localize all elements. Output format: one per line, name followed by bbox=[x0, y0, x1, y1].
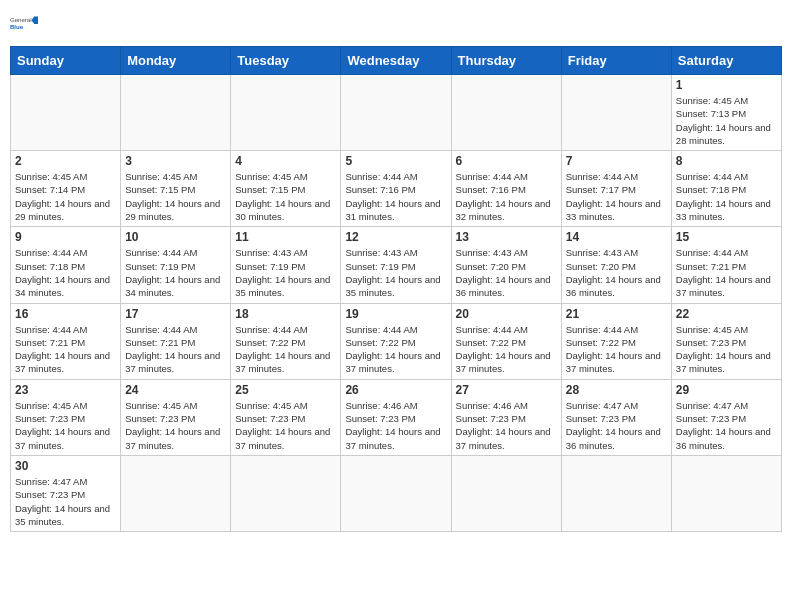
day-info: Sunrise: 4:45 AM Sunset: 7:23 PM Dayligh… bbox=[235, 399, 336, 452]
day-number: 27 bbox=[456, 383, 557, 397]
day-info: Sunrise: 4:44 AM Sunset: 7:16 PM Dayligh… bbox=[345, 170, 446, 223]
calendar-week-1: 1Sunrise: 4:45 AM Sunset: 7:13 PM Daylig… bbox=[11, 75, 782, 151]
day-info: Sunrise: 4:47 AM Sunset: 7:23 PM Dayligh… bbox=[15, 475, 116, 528]
calendar-cell: 24Sunrise: 4:45 AM Sunset: 7:23 PM Dayli… bbox=[121, 379, 231, 455]
logo: General Blue bbox=[10, 10, 38, 38]
day-number: 19 bbox=[345, 307, 446, 321]
calendar-cell: 29Sunrise: 4:47 AM Sunset: 7:23 PM Dayli… bbox=[671, 379, 781, 455]
day-info: Sunrise: 4:43 AM Sunset: 7:20 PM Dayligh… bbox=[566, 246, 667, 299]
calendar-cell bbox=[561, 75, 671, 151]
day-number: 24 bbox=[125, 383, 226, 397]
calendar-cell: 20Sunrise: 4:44 AM Sunset: 7:22 PM Dayli… bbox=[451, 303, 561, 379]
calendar-cell: 21Sunrise: 4:44 AM Sunset: 7:22 PM Dayli… bbox=[561, 303, 671, 379]
page-header: General Blue bbox=[10, 10, 782, 38]
day-number: 8 bbox=[676, 154, 777, 168]
svg-text:General: General bbox=[10, 17, 32, 23]
calendar-cell: 26Sunrise: 4:46 AM Sunset: 7:23 PM Dayli… bbox=[341, 379, 451, 455]
weekday-header-monday: Monday bbox=[121, 47, 231, 75]
day-number: 29 bbox=[676, 383, 777, 397]
day-number: 1 bbox=[676, 78, 777, 92]
day-number: 25 bbox=[235, 383, 336, 397]
weekday-header-wednesday: Wednesday bbox=[341, 47, 451, 75]
day-number: 21 bbox=[566, 307, 667, 321]
svg-marker-2 bbox=[31, 17, 38, 24]
day-number: 12 bbox=[345, 230, 446, 244]
day-info: Sunrise: 4:43 AM Sunset: 7:19 PM Dayligh… bbox=[235, 246, 336, 299]
day-info: Sunrise: 4:44 AM Sunset: 7:21 PM Dayligh… bbox=[125, 323, 226, 376]
calendar-cell bbox=[231, 455, 341, 531]
day-number: 22 bbox=[676, 307, 777, 321]
day-info: Sunrise: 4:44 AM Sunset: 7:17 PM Dayligh… bbox=[566, 170, 667, 223]
day-info: Sunrise: 4:45 AM Sunset: 7:14 PM Dayligh… bbox=[15, 170, 116, 223]
calendar-cell: 3Sunrise: 4:45 AM Sunset: 7:15 PM Daylig… bbox=[121, 151, 231, 227]
calendar-cell bbox=[341, 75, 451, 151]
day-number: 17 bbox=[125, 307, 226, 321]
day-number: 26 bbox=[345, 383, 446, 397]
weekday-header-thursday: Thursday bbox=[451, 47, 561, 75]
svg-text:Blue: Blue bbox=[10, 24, 24, 30]
weekday-header-saturday: Saturday bbox=[671, 47, 781, 75]
day-number: 20 bbox=[456, 307, 557, 321]
weekday-header-sunday: Sunday bbox=[11, 47, 121, 75]
day-info: Sunrise: 4:44 AM Sunset: 7:16 PM Dayligh… bbox=[456, 170, 557, 223]
calendar-cell bbox=[231, 75, 341, 151]
calendar-week-6: 30Sunrise: 4:47 AM Sunset: 7:23 PM Dayli… bbox=[11, 455, 782, 531]
day-number: 13 bbox=[456, 230, 557, 244]
day-number: 16 bbox=[15, 307, 116, 321]
calendar-cell: 27Sunrise: 4:46 AM Sunset: 7:23 PM Dayli… bbox=[451, 379, 561, 455]
calendar-cell: 13Sunrise: 4:43 AM Sunset: 7:20 PM Dayli… bbox=[451, 227, 561, 303]
calendar-week-2: 2Sunrise: 4:45 AM Sunset: 7:14 PM Daylig… bbox=[11, 151, 782, 227]
day-number: 6 bbox=[456, 154, 557, 168]
calendar-cell: 8Sunrise: 4:44 AM Sunset: 7:18 PM Daylig… bbox=[671, 151, 781, 227]
day-info: Sunrise: 4:45 AM Sunset: 7:13 PM Dayligh… bbox=[676, 94, 777, 147]
logo-icon: General Blue bbox=[10, 10, 38, 38]
day-number: 14 bbox=[566, 230, 667, 244]
weekday-header-row: SundayMondayTuesdayWednesdayThursdayFrid… bbox=[11, 47, 782, 75]
day-info: Sunrise: 4:43 AM Sunset: 7:19 PM Dayligh… bbox=[345, 246, 446, 299]
calendar-cell bbox=[121, 455, 231, 531]
day-info: Sunrise: 4:47 AM Sunset: 7:23 PM Dayligh… bbox=[566, 399, 667, 452]
day-info: Sunrise: 4:47 AM Sunset: 7:23 PM Dayligh… bbox=[676, 399, 777, 452]
day-info: Sunrise: 4:46 AM Sunset: 7:23 PM Dayligh… bbox=[345, 399, 446, 452]
calendar-cell: 5Sunrise: 4:44 AM Sunset: 7:16 PM Daylig… bbox=[341, 151, 451, 227]
calendar-cell: 16Sunrise: 4:44 AM Sunset: 7:21 PM Dayli… bbox=[11, 303, 121, 379]
calendar-cell: 14Sunrise: 4:43 AM Sunset: 7:20 PM Dayli… bbox=[561, 227, 671, 303]
day-info: Sunrise: 4:45 AM Sunset: 7:15 PM Dayligh… bbox=[235, 170, 336, 223]
calendar-week-4: 16Sunrise: 4:44 AM Sunset: 7:21 PM Dayli… bbox=[11, 303, 782, 379]
calendar-cell: 22Sunrise: 4:45 AM Sunset: 7:23 PM Dayli… bbox=[671, 303, 781, 379]
calendar-cell: 18Sunrise: 4:44 AM Sunset: 7:22 PM Dayli… bbox=[231, 303, 341, 379]
calendar-cell bbox=[451, 455, 561, 531]
calendar-cell: 15Sunrise: 4:44 AM Sunset: 7:21 PM Dayli… bbox=[671, 227, 781, 303]
calendar-header: SundayMondayTuesdayWednesdayThursdayFrid… bbox=[11, 47, 782, 75]
calendar-cell: 4Sunrise: 4:45 AM Sunset: 7:15 PM Daylig… bbox=[231, 151, 341, 227]
calendar-cell bbox=[341, 455, 451, 531]
day-number: 30 bbox=[15, 459, 116, 473]
day-number: 11 bbox=[235, 230, 336, 244]
calendar-body: 1Sunrise: 4:45 AM Sunset: 7:13 PM Daylig… bbox=[11, 75, 782, 532]
calendar-cell: 10Sunrise: 4:44 AM Sunset: 7:19 PM Dayli… bbox=[121, 227, 231, 303]
day-number: 15 bbox=[676, 230, 777, 244]
day-number: 23 bbox=[15, 383, 116, 397]
calendar-cell: 12Sunrise: 4:43 AM Sunset: 7:19 PM Dayli… bbox=[341, 227, 451, 303]
day-info: Sunrise: 4:44 AM Sunset: 7:22 PM Dayligh… bbox=[456, 323, 557, 376]
calendar-cell: 17Sunrise: 4:44 AM Sunset: 7:21 PM Dayli… bbox=[121, 303, 231, 379]
day-info: Sunrise: 4:43 AM Sunset: 7:20 PM Dayligh… bbox=[456, 246, 557, 299]
calendar-cell: 19Sunrise: 4:44 AM Sunset: 7:22 PM Dayli… bbox=[341, 303, 451, 379]
day-number: 28 bbox=[566, 383, 667, 397]
calendar-cell: 11Sunrise: 4:43 AM Sunset: 7:19 PM Dayli… bbox=[231, 227, 341, 303]
day-info: Sunrise: 4:44 AM Sunset: 7:18 PM Dayligh… bbox=[15, 246, 116, 299]
day-info: Sunrise: 4:45 AM Sunset: 7:23 PM Dayligh… bbox=[676, 323, 777, 376]
calendar-cell bbox=[11, 75, 121, 151]
calendar-cell: 23Sunrise: 4:45 AM Sunset: 7:23 PM Dayli… bbox=[11, 379, 121, 455]
calendar-cell bbox=[561, 455, 671, 531]
calendar-cell bbox=[671, 455, 781, 531]
day-info: Sunrise: 4:44 AM Sunset: 7:21 PM Dayligh… bbox=[15, 323, 116, 376]
day-number: 18 bbox=[235, 307, 336, 321]
day-number: 5 bbox=[345, 154, 446, 168]
day-info: Sunrise: 4:44 AM Sunset: 7:22 PM Dayligh… bbox=[345, 323, 446, 376]
calendar-week-3: 9Sunrise: 4:44 AM Sunset: 7:18 PM Daylig… bbox=[11, 227, 782, 303]
day-info: Sunrise: 4:45 AM Sunset: 7:23 PM Dayligh… bbox=[15, 399, 116, 452]
day-info: Sunrise: 4:44 AM Sunset: 7:21 PM Dayligh… bbox=[676, 246, 777, 299]
day-number: 7 bbox=[566, 154, 667, 168]
day-info: Sunrise: 4:45 AM Sunset: 7:15 PM Dayligh… bbox=[125, 170, 226, 223]
